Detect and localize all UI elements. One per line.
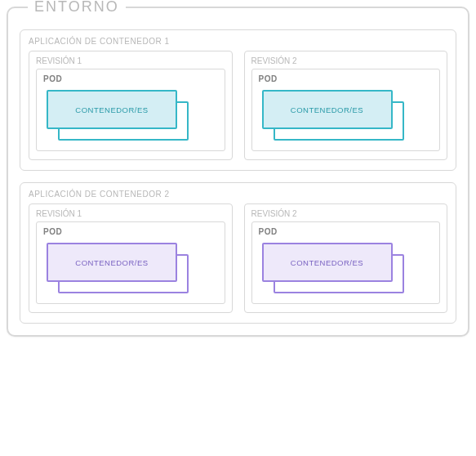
container-card-front: CONTENEDOR/ES: [47, 90, 177, 129]
revision-title: REVISIÓN 2: [251, 209, 441, 218]
app-1-revisions: REVISIÓN 1 POD CONTENEDOR/ES REVISIÓN 2 …: [29, 51, 447, 160]
pod-box: POD CONTENEDOR/ES: [36, 221, 225, 304]
pod-title: POD: [259, 227, 434, 236]
app-2-title: APLICACIÓN DE CONTENEDOR 2: [29, 190, 447, 199]
pod-box: POD CONTENEDOR/ES: [251, 69, 441, 151]
environment-box: ENTORNO APLICACIÓN DE CONTENEDOR 1 REVIS…: [7, 7, 469, 337]
app-2-revision-2: REVISIÓN 2 POD CONTENEDOR/ES: [244, 203, 448, 313]
container-card-front: CONTENEDOR/ES: [262, 243, 393, 282]
app-2-revisions: REVISIÓN 1 POD CONTENEDOR/ES REVISIÓN 2 …: [29, 203, 447, 313]
app-1-revision-1: REVISIÓN 1 POD CONTENEDOR/ES: [29, 51, 233, 160]
container-card-front: CONTENEDOR/ES: [47, 243, 177, 282]
container-label: CONTENEDOR/ES: [75, 105, 148, 114]
app-2-revision-1: REVISIÓN 1 POD CONTENEDOR/ES: [29, 203, 233, 313]
container-stack: CONTENEDOR/ES: [43, 243, 218, 295]
container-card-front: CONTENEDOR/ES: [262, 90, 393, 129]
environment-title: ENTORNO: [28, 0, 126, 16]
revision-title: REVISIÓN 2: [251, 56, 441, 65]
app-1-box: APLICACIÓN DE CONTENEDOR 1 REVISIÓN 1 PO…: [20, 29, 456, 171]
app-1-revision-2: REVISIÓN 2 POD CONTENEDOR/ES: [244, 51, 448, 160]
container-stack: CONTENEDOR/ES: [259, 243, 434, 295]
container-label: CONTENEDOR/ES: [291, 105, 363, 114]
container-stack: CONTENEDOR/ES: [259, 90, 434, 142]
pod-title: POD: [43, 74, 218, 83]
pod-box: POD CONTENEDOR/ES: [251, 221, 441, 304]
container-label: CONTENEDOR/ES: [291, 258, 363, 267]
pod-title: POD: [259, 74, 434, 83]
pod-title: POD: [43, 227, 218, 236]
app-1-title: APLICACIÓN DE CONTENEDOR 1: [29, 37, 447, 46]
app-2-box: APLICACIÓN DE CONTENEDOR 2 REVISIÓN 1 PO…: [20, 182, 456, 324]
container-label: CONTENEDOR/ES: [75, 258, 148, 267]
revision-title: REVISIÓN 1: [36, 209, 225, 218]
container-stack: CONTENEDOR/ES: [43, 90, 218, 142]
pod-box: POD CONTENEDOR/ES: [36, 69, 225, 151]
revision-title: REVISIÓN 1: [36, 56, 225, 65]
